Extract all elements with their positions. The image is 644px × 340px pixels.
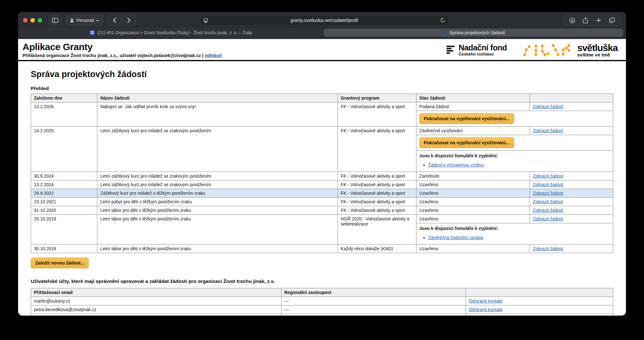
zoom-window-button[interactable] [38, 18, 42, 23]
safari-window: Personal granty.svetluska.net/zadatel [18, 12, 626, 316]
tab-strip: (21) #01 Organizacni > Grant Svetluska (… [18, 29, 626, 39]
continue-settlement-button[interactable]: Pokračovat na vyplňování vyúčtování... [419, 137, 514, 148]
table-row-highlighted: 29.9.2022 Zážitkový kurz pro mládež s tě… [31, 189, 613, 198]
profile-person-icon [70, 18, 74, 23]
cell-status: Uzavřeno [416, 189, 530, 198]
cell-program: HGŘ 2020 - Volnočasové aktivity a sebere… [338, 215, 416, 245]
nadacni-fond-logo: Nadační fond Českého rozhlasu [447, 43, 507, 56]
profile-switcher[interactable]: Personal [66, 15, 103, 26]
cell-continue: Pokračovat na vyplňování vyúčtování... [416, 111, 613, 127]
cell-date: 14.2.2025 [31, 127, 97, 172]
remove-contact-link[interactable]: Odstranit kontakt [469, 307, 502, 312]
browser-toolbar: Personal granty.svetluska.net/zadatel [18, 12, 626, 29]
new-tab-button[interactable] [592, 15, 605, 26]
site-header: Aplikace Granty Přihlášená organizace Ži… [18, 39, 626, 61]
site-favicon [442, 30, 447, 35]
cell-actions: Zobrazit žádost [530, 127, 613, 135]
share-button[interactable] [579, 15, 592, 26]
profile-label: Personal [76, 18, 94, 23]
cell-status: Uzavřeno [416, 180, 530, 189]
cell-forms: Jsou k dispozici fomuláře k vyplnění: Žá… [416, 151, 613, 172]
view-application-link[interactable]: Zobrazit žádost [533, 208, 563, 213]
cell-name: Letní tábor pro děti s těžkým postižením… [97, 215, 338, 245]
overview-heading: Přehled [31, 86, 613, 91]
cell-program: FK - Volnočasové aktivity a sport [338, 102, 416, 127]
view-application-link[interactable]: Zobrazit žádost [533, 104, 563, 109]
col-header-actions [466, 288, 613, 297]
forward-button[interactable] [122, 15, 136, 26]
continue-settlement-button[interactable]: Pokračovat na vyplňování vyúčtování... [419, 113, 514, 124]
chevron-down-icon [96, 19, 99, 22]
view-application-link[interactable]: Zobrazit žádost [533, 191, 563, 196]
cell-forms: Jsou k dispozici fomuláře k vyplnění: Zá… [416, 223, 613, 245]
cell-program: FK - Volnočasové aktivity a sport [338, 206, 416, 215]
cell-name: Letní pobyt pro děti s těžkým postižením… [97, 198, 338, 206]
downloads-button[interactable] [565, 15, 579, 26]
tab-granty-active[interactable]: Správa projektových žádostí [324, 29, 624, 37]
cell-date: 13.2.2026 [31, 102, 97, 127]
view-application-link[interactable]: Zobrazit žádost [533, 173, 563, 179]
remove-contact-link[interactable]: Odstranit kontakt [469, 298, 502, 304]
url-text[interactable]: granty.svetluska.net/zadatel/profil [208, 18, 440, 23]
table-row: 23.10.2021 Letní pobyt pro děti s těžkým… [31, 198, 613, 206]
forms-available-label: Jsou k dispozici fomuláře k vyplnění: [419, 152, 610, 158]
cell-date: 31.10.2020 [31, 206, 97, 215]
cell-status: Podaná žádost [416, 102, 530, 111]
app-title: Aplikace Granty [23, 42, 222, 52]
desktop-background: Personal granty.svetluska.net/zadatel [0, 0, 644, 340]
table-row: 30.10.2018 Letní tábor pro děti s těžkým… [31, 245, 613, 253]
view-application-link[interactable]: Zobrazit žádost [533, 182, 563, 187]
cell-status: Uzavřeno [416, 245, 530, 253]
table-row: 14.2.2025 Letní zážitkový kurz pro mláde… [31, 127, 613, 135]
view-application-link[interactable]: Zobrazit žádost [533, 128, 563, 133]
cell-email: vojtech.polasek@zivotjinak.cz [31, 314, 281, 316]
table-header-row: Přihlašovací email Regionální zastoupení [31, 288, 613, 297]
main-area: Správa projektových žádostí Přehled Zalo… [18, 61, 626, 316]
login-info: Přihlášená organizace Život trochu jinak… [23, 53, 222, 58]
zulip-icon [90, 30, 95, 35]
close-window-button[interactable] [23, 18, 28, 23]
col-header-actions [530, 94, 613, 102]
tab-zulip[interactable]: (21) #01 Organizacni > Grant Svetluska (… [21, 29, 321, 37]
form-link[interactable]: Závěrečná hodnotící zpráva [428, 235, 483, 240]
logout-link[interactable]: odhlásit [205, 53, 222, 58]
back-button[interactable] [107, 15, 121, 26]
table-row: 31.10.2020 Letní tábor pro děti s těžkým… [31, 206, 613, 215]
col-header-region: Regionální zastoupení [281, 288, 466, 297]
cell-status: Uzavřeno [416, 206, 530, 215]
cell-program: FK - Volnočasové aktivity a sport [338, 180, 416, 189]
reload-icon[interactable] [440, 18, 445, 23]
col-header-date: Založeno dne [31, 94, 97, 102]
cell-name: Letní zážitkový kurz pro mládež se zrako… [97, 127, 338, 172]
view-application-link[interactable]: Zobrazit žádost [533, 216, 563, 221]
tab-overview-button[interactable] [605, 15, 619, 26]
cell-status: Závěrečné vyúčtování [416, 127, 530, 135]
cell-actions: Zobrazit žádost [530, 215, 613, 223]
minimize-window-button[interactable] [30, 18, 35, 23]
cell-actions: Zobrazit žádost [530, 206, 613, 215]
address-bar[interactable]: granty.svetluska.net/zadatel/profil [200, 15, 449, 26]
col-header-status: Stav žádosti [416, 94, 530, 102]
view-application-link[interactable]: Zobrazit žádost [533, 246, 563, 251]
cell-email: petra.benedikova@zivotjinak.cz [31, 305, 281, 314]
header-logos: Nadační fond Českého rozhlasu [447, 43, 620, 57]
cell-region: — [281, 314, 466, 316]
cro-bars-icon [447, 45, 455, 55]
cell-date: 23.10.2021 [31, 198, 97, 206]
list-item: Žádost o významnou změnu [428, 162, 610, 168]
form-link[interactable]: Žádost o významnou změnu [428, 162, 484, 167]
sidebar-toggle-button[interactable] [48, 15, 62, 26]
users-heading: Uživatelské účty, které mají oprávnění u… [31, 278, 613, 284]
view-application-link[interactable]: Zobrazit žádost [533, 199, 563, 204]
login-info-text: Přihlášená organizace Život trochu jinak… [23, 53, 203, 58]
col-header-name: Název žádosti [97, 94, 338, 102]
forms-list: Závěrečná hodnotící zpráva [423, 235, 610, 240]
cell-program: FK - Volnočasové aktivity a sport [338, 189, 416, 198]
sv-logo-line1: světluška [577, 43, 618, 53]
cell-name: Letní zážitkový kurz pro mládež se zrako… [97, 172, 338, 180]
cell-name: Letní zážitkový kurz pro mládež se zrako… [97, 180, 338, 189]
new-application-button[interactable]: Založit novou žádost... [31, 258, 89, 268]
cell-status: Uzavřeno [416, 215, 530, 223]
cell-date: 25.10.2019 [31, 215, 97, 245]
page-settings-icon[interactable] [203, 18, 208, 23]
